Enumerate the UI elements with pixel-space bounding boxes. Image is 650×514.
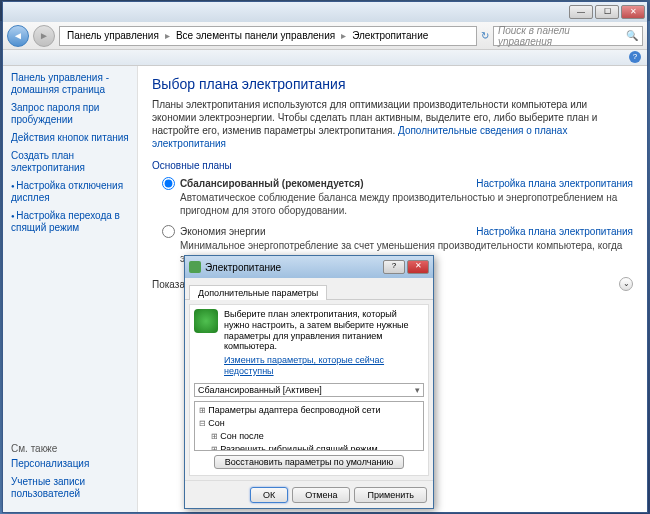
settings-tree[interactable]: Параметры адаптера беспроводной сетиСонС… <box>194 401 424 451</box>
tree-item[interactable]: Разрешить гибридный спящий режим <box>197 443 421 451</box>
chevron-right-icon: ▸ <box>165 30 170 41</box>
search-placeholder: Поиск в панели управления <box>498 25 626 47</box>
power-icon <box>189 261 201 273</box>
breadcrumb-root[interactable]: Панель управления <box>67 30 159 41</box>
dialog-titlebar[interactable]: Электропитание ? ✕ <box>185 256 433 278</box>
sidebar: Панель управления - домашняя страница За… <box>3 66 138 512</box>
plan-settings-link[interactable]: Настройка плана электропитания <box>476 178 633 189</box>
page-title: Выбор плана электропитания <box>152 76 633 92</box>
dialog-info: Выберите план электропитания, который ну… <box>224 309 424 377</box>
tab-advanced[interactable]: Дополнительные параметры <box>189 285 327 300</box>
minimize-button[interactable]: — <box>569 5 593 19</box>
plan-name: Сбалансированный (рекомендуется) <box>180 178 476 189</box>
plan-desc: Автоматическое соблюдение баланса между … <box>180 192 633 217</box>
breadcrumb-mid[interactable]: Все элементы панели управления <box>176 30 335 41</box>
plan-radio-balanced[interactable] <box>162 177 175 190</box>
plan-balanced: Сбалансированный (рекомендуется) Настрой… <box>162 177 633 217</box>
search-input[interactable]: Поиск в панели управления 🔍 <box>493 26 643 46</box>
change-unavailable-link[interactable]: Изменить параметры, которые сейчас недос… <box>224 355 424 377</box>
nav-toolbar: ◄ ► Панель управления ▸ Все элементы пан… <box>3 22 647 50</box>
search-icon[interactable]: 🔍 <box>626 30 638 41</box>
apply-button[interactable]: Применить <box>354 487 427 503</box>
plan-radio-powersaver[interactable] <box>162 225 175 238</box>
close-button[interactable]: ✕ <box>621 5 645 19</box>
power-options-dialog: Электропитание ? ✕ Дополнительные параме… <box>184 255 434 509</box>
tree-item[interactable]: Сон <box>197 417 421 430</box>
sidebar-home[interactable]: Панель управления - домашняя страница <box>11 72 129 96</box>
maximize-button[interactable]: ☐ <box>595 5 619 19</box>
see-also-accounts[interactable]: Учетные записи пользователей <box>11 476 129 500</box>
refresh-button[interactable]: ↻ <box>481 30 489 41</box>
plan-settings-link[interactable]: Настройка плана электропитания <box>476 226 633 237</box>
combo-value: Сбалансированный [Активен] <box>198 385 322 395</box>
titlebar: — ☐ ✕ <box>3 2 647 22</box>
chevron-down-icon[interactable]: ⌄ <box>619 277 633 291</box>
dialog-footer: ОК Отмена Применить <box>185 480 433 508</box>
page-description: Планы электропитания используются для оп… <box>152 98 633 150</box>
restore-defaults-button[interactable]: Восстановить параметры по умолчанию <box>214 455 404 469</box>
battery-icon <box>194 309 218 333</box>
sidebar-item-display-off[interactable]: Настройка отключения дисплея <box>11 180 129 204</box>
dialog-body: Выберите план электропитания, который ну… <box>189 304 429 476</box>
tree-item[interactable]: Сон после <box>197 430 421 443</box>
sidebar-item-buttons[interactable]: Действия кнопок питания <box>11 132 129 144</box>
see-also-personalization[interactable]: Персонализация <box>11 458 129 470</box>
cancel-button[interactable]: Отмена <box>292 487 350 503</box>
forward-button[interactable]: ► <box>33 25 55 47</box>
plan-combo[interactable]: Сбалансированный [Активен] <box>194 383 424 397</box>
toolbar: ? <box>3 50 647 66</box>
breadcrumb[interactable]: Панель управления ▸ Все элементы панели … <box>59 26 477 46</box>
sidebar-item-sleep[interactable]: Настройка перехода в спящий режим <box>11 210 129 234</box>
section-title: Основные планы <box>152 160 633 171</box>
dialog-tabs: Дополнительные параметры <box>185 278 433 300</box>
sidebar-item-create-plan[interactable]: Создать план электропитания <box>11 150 129 174</box>
breadcrumb-leaf[interactable]: Электропитание <box>352 30 428 41</box>
ok-button[interactable]: ОК <box>250 487 288 503</box>
chevron-right-icon: ▸ <box>341 30 346 41</box>
back-button[interactable]: ◄ <box>7 25 29 47</box>
dialog-help-button[interactable]: ? <box>383 260 405 274</box>
tree-item[interactable]: Параметры адаптера беспроводной сети <box>197 404 421 417</box>
sidebar-item-password[interactable]: Запрос пароля при пробуждении <box>11 102 129 126</box>
plan-name: Экономия энергии <box>180 226 476 237</box>
help-icon[interactable]: ? <box>629 51 641 63</box>
dialog-close-button[interactable]: ✕ <box>407 260 429 274</box>
dialog-title: Электропитание <box>205 262 281 273</box>
see-also-label: См. также <box>11 443 129 454</box>
